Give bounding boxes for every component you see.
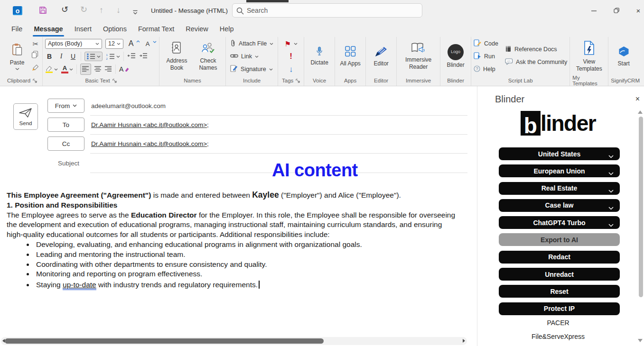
blinder-addin-button[interactable]: Logo Blinder	[443, 43, 468, 70]
pacer-link[interactable]: PACER	[477, 319, 639, 327]
font-name-select[interactable]: Aptos (Body)	[45, 39, 102, 49]
highlight-color-button[interactable]	[45, 65, 58, 73]
body-paragraph: This Employee Agreement ("Agreement") is…	[7, 190, 457, 200]
redo-icon: ↻	[80, 5, 87, 14]
reference-docs-button[interactable]: Reference Docs	[505, 45, 567, 54]
send-button[interactable]: Send	[13, 103, 38, 130]
close-panel-icon[interactable]: ×	[635, 95, 640, 103]
chevron-down-icon	[54, 68, 58, 71]
editor-button[interactable]: Editor	[368, 45, 394, 68]
scroll-down-arrow[interactable]	[638, 339, 643, 342]
dialog-launcher-icon[interactable]	[112, 79, 117, 83]
signifycrm-start-button[interactable]: Start	[611, 45, 636, 68]
clear-formatting-button[interactable]: A	[119, 66, 129, 73]
format-painter-icon[interactable]	[31, 64, 40, 73]
flag-icon: ⚑	[284, 40, 290, 47]
ask-community-button[interactable]: </> Ask the Community	[505, 57, 567, 67]
paste-button[interactable]: Paste	[4, 42, 30, 71]
tab-message[interactable]: Message	[28, 22, 68, 36]
tab-insert[interactable]: Insert	[69, 22, 97, 36]
close-window-button[interactable]: ×	[634, 7, 643, 14]
all-apps-button[interactable]: All Apps	[337, 45, 363, 68]
scroll-right-arrow[interactable]	[463, 339, 465, 343]
ribbon-group-blinder: Logo Blinder Blinder	[440, 37, 471, 86]
save-icon[interactable]	[39, 6, 47, 16]
grow-font-button[interactable]: A	[127, 40, 140, 47]
tab-options[interactable]: Options	[97, 22, 132, 36]
tab-file[interactable]: File	[6, 22, 28, 36]
dropdown-case-law[interactable]: Case law	[499, 199, 620, 212]
horizontal-scroll-thumb[interactable]	[5, 338, 324, 344]
bold-button[interactable]: B	[45, 53, 54, 60]
to-button[interactable]: To	[47, 118, 84, 132]
exclamation-icon: !	[289, 52, 292, 61]
from-value[interactable]: adeelumarit@outlook.com	[91, 102, 166, 109]
font-size-select[interactable]: 12	[105, 39, 123, 49]
redact-button[interactable]: Redact	[499, 251, 620, 264]
dropdown-united-states[interactable]: United States	[499, 147, 620, 160]
font-color-button[interactable]: A	[61, 65, 73, 73]
numbered-list-icon: 12	[106, 53, 115, 60]
eraser-icon	[124, 67, 129, 72]
message-body[interactable]: This Employee Agreement ("Agreement") is…	[7, 190, 457, 290]
link-button[interactable]: Link	[230, 52, 273, 61]
fileandservexpress-link[interactable]: File&ServeXpress	[477, 333, 639, 340]
down-arrow-icon: ↓	[289, 65, 293, 73]
send-plane-icon	[19, 108, 33, 119]
protect-ip-button[interactable]: Protect IP	[499, 302, 620, 315]
check-names-button[interactable]: Check Names	[193, 41, 223, 73]
high-importance-button[interactable]: !	[289, 52, 292, 61]
cut-icon[interactable]: ✂	[31, 40, 40, 47]
attach-file-button[interactable]: Attach File	[230, 39, 273, 48]
customize-toolbar-icon[interactable]	[132, 8, 138, 17]
script-lab-code-button[interactable]: Code	[474, 39, 498, 48]
dropdown-chatgpt4-turbo[interactable]: ChatGPT4 Turbo	[499, 216, 620, 229]
from-button[interactable]: From	[47, 99, 84, 113]
follow-up-flag-button[interactable]: ⚑	[284, 39, 297, 48]
horizontal-scrollbar[interactable]	[1, 337, 467, 345]
restore-button[interactable]	[612, 7, 621, 14]
panel-title: Blinder	[495, 94, 524, 105]
low-importance-button[interactable]: ↓	[289, 64, 293, 74]
view-templates-button[interactable]: View Templates	[572, 40, 606, 73]
dialog-launcher-icon[interactable]	[296, 79, 300, 83]
undo-icon[interactable]: ↺	[61, 5, 68, 14]
tab-review[interactable]: Review	[180, 22, 214, 36]
scroll-up-arrow[interactable]	[638, 110, 643, 114]
script-lab-help-button[interactable]: ? Help	[474, 64, 498, 74]
dropdown-real-estate[interactable]: Real Estate	[499, 182, 620, 195]
align-center-button[interactable]	[94, 65, 102, 73]
numbering-button[interactable]: 12	[106, 53, 120, 60]
reset-button[interactable]: Reset	[499, 285, 620, 298]
dictate-button[interactable]: Dictate	[307, 46, 332, 67]
tab-help[interactable]: Help	[214, 22, 240, 36]
vertical-scroll-thumb[interactable]	[639, 117, 643, 297]
dialog-launcher-icon[interactable]	[33, 79, 37, 83]
ribbon-group-tags: ⚑ ! ↓ Tags	[278, 37, 304, 86]
tab-format-text[interactable]: Format Text	[132, 22, 180, 36]
export-to-ai-button[interactable]: Export to AI	[499, 233, 620, 246]
script-lab-run-button[interactable]: Run	[474, 52, 498, 61]
address-book-button[interactable]: Address Book	[162, 40, 192, 73]
align-left-button[interactable]	[80, 64, 91, 75]
to-recipient[interactable]: Dr.Aamir Husnain <abc.it@outlook.com>;	[91, 121, 209, 128]
bullets-button[interactable]	[84, 52, 103, 61]
cc-button[interactable]: Cc	[47, 137, 84, 151]
cc-recipient[interactable]: Dr.Aamir Husnain <abc.it@outlook.com>;	[91, 140, 209, 147]
dropdown-european-union[interactable]: European Union	[499, 164, 620, 177]
align-right-button[interactable]	[105, 65, 112, 73]
minimize-button[interactable]	[589, 7, 598, 14]
help-question-icon: ?	[474, 65, 480, 73]
ribbon-group-include: Attach File Link Signature Include	[226, 37, 278, 86]
list-item: Leading and mentoring the instructional …	[34, 250, 457, 260]
italic-button[interactable]: I	[57, 53, 65, 60]
shrink-font-button[interactable]: A	[143, 41, 157, 47]
unredact-button[interactable]: Unredact	[499, 268, 620, 281]
copy-icon[interactable]	[31, 51, 40, 60]
immersive-reader-button[interactable]: Immersive Reader	[399, 41, 438, 72]
signature-button[interactable]: Signature	[230, 64, 273, 74]
underline-button[interactable]: U	[69, 53, 77, 60]
search-input[interactable]: Search	[232, 3, 422, 18]
increase-indent-icon[interactable]	[139, 52, 148, 61]
decrease-indent-icon[interactable]	[127, 52, 136, 61]
